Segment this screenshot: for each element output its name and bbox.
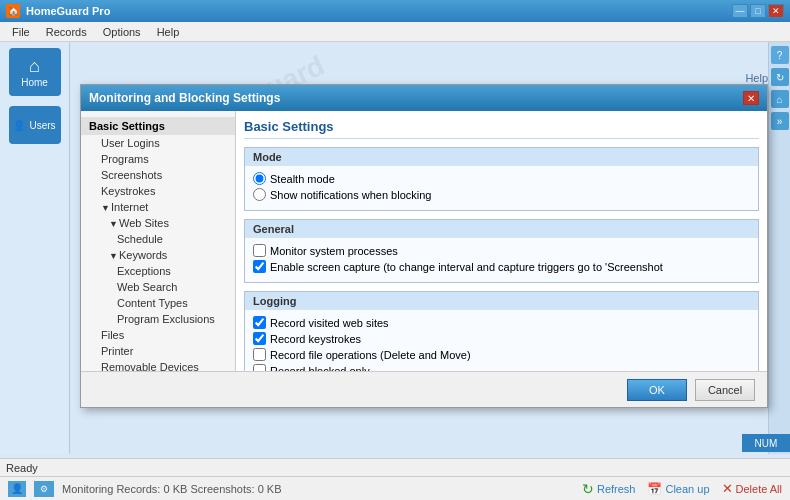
users-icon: 👤 — [13, 120, 25, 131]
mode-section-body: Stealth mode Show notifications when blo… — [245, 166, 758, 210]
mode-stealth-row: Stealth mode — [253, 172, 750, 185]
tree-item-screenshots[interactable]: Screenshots — [81, 167, 235, 183]
sidebar-item-users[interactable]: 👤 Users — [9, 106, 61, 144]
general-section-header: General — [245, 220, 758, 238]
tree-item-user-logins[interactable]: User Logins — [81, 135, 235, 151]
refresh-label: Refresh — [597, 483, 636, 495]
tree-item-files[interactable]: Files — [81, 327, 235, 343]
home-side-icon[interactable]: ⌂ — [771, 90, 789, 108]
general-monitor-row: Monitor system processes — [253, 244, 750, 257]
sidebar-users-label: Users — [29, 120, 55, 131]
delete-label: Delete All — [736, 483, 782, 495]
notify-label: Show notifications when blocking — [270, 189, 431, 201]
tree-item-content-types[interactable]: Content Types — [81, 295, 235, 311]
tree-item-keystrokes[interactable]: Keystrokes — [81, 183, 235, 199]
tree-item-printer[interactable]: Printer — [81, 343, 235, 359]
app-title: HomeGuard Pro — [26, 5, 110, 17]
tree-item-programs[interactable]: Programs — [81, 151, 235, 167]
stealth-radio[interactable] — [253, 172, 266, 185]
refresh-side-icon[interactable]: ↻ — [771, 68, 789, 86]
notify-radio[interactable] — [253, 188, 266, 201]
ready-bar: Ready NUM — [0, 458, 790, 476]
log-web-check[interactable] — [253, 316, 266, 329]
dialog-title-bar: Monitoring and Blocking Settings ✕ — [81, 85, 767, 111]
status-settings-icon[interactable]: ⚙ — [34, 481, 54, 497]
sidebar: ⌂ Home 👤 Users — [0, 42, 70, 454]
log-keys-label: Record keystrokes — [270, 333, 361, 345]
tree-item-program-exclusions[interactable]: Program Exclusions — [81, 311, 235, 327]
log-keys-row: Record keystrokes — [253, 332, 750, 345]
tree-section-basic: Basic Settings — [81, 117, 235, 135]
tree-item-keywords[interactable]: ▼Keywords — [81, 247, 235, 263]
dialog-tree: Basic Settings User Logins Programs Scre… — [81, 111, 236, 371]
general-screenshot-row: Enable screen capture (to change interva… — [253, 260, 750, 273]
monitoring-records-label: Monitoring Records: 0 KB Screenshots: 0 … — [62, 483, 282, 495]
logging-section-body: Record visited web sites Record keystrok… — [245, 310, 758, 371]
refresh-button[interactable]: ↻ Refresh — [582, 481, 636, 497]
tree-item-removable-devices[interactable]: Removable Devices — [81, 359, 235, 371]
dialog-title: Monitoring and Blocking Settings — [89, 91, 280, 105]
close-button[interactable]: ✕ — [768, 4, 784, 18]
log-blocked-check[interactable] — [253, 364, 266, 371]
status-right: ↻ Refresh 📅 Clean up ✕ Delete All — [582, 481, 782, 497]
mode-notify-row: Show notifications when blocking — [253, 188, 750, 201]
minimize-button[interactable]: — — [732, 4, 748, 18]
general-section-body: Monitor system processes Enable screen c… — [245, 238, 758, 282]
menu-help[interactable]: Help — [149, 24, 188, 40]
cleanup-label: Clean up — [665, 483, 709, 495]
general-section: General Monitor system processes Enable … — [244, 219, 759, 283]
log-web-label: Record visited web sites — [270, 317, 389, 329]
help-icon[interactable]: ? — [771, 46, 789, 64]
dialog-footer: OK Cancel — [81, 371, 767, 407]
tree-item-exceptions[interactable]: Exceptions — [81, 263, 235, 279]
log-web-row: Record visited web sites — [253, 316, 750, 329]
cancel-button[interactable]: Cancel — [695, 379, 755, 401]
refresh-icon: ↻ — [582, 481, 594, 497]
log-keys-check[interactable] — [253, 332, 266, 345]
tree-item-web-search[interactable]: Web Search — [81, 279, 235, 295]
mode-section-header: Mode — [245, 148, 758, 166]
menu-records[interactable]: Records — [38, 24, 95, 40]
settings-dialog: Monitoring and Blocking Settings ✕ Basic… — [80, 84, 768, 408]
arrow-side-icon[interactable]: » — [771, 112, 789, 130]
logging-section: Logging Record visited web sites Record … — [244, 291, 759, 371]
ready-label: Ready — [6, 462, 38, 474]
menu-file[interactable]: File — [4, 24, 38, 40]
menu-bar: File Records Options Help — [0, 22, 790, 42]
enable-screen-capture-label: Enable screen capture (to change interva… — [270, 261, 663, 273]
ok-button[interactable]: OK — [627, 379, 687, 401]
log-blocked-row: Record blocked only — [253, 364, 750, 371]
cleanup-button[interactable]: 📅 Clean up — [647, 482, 709, 496]
status-user-icon: 👤 — [8, 481, 26, 497]
num-badge: NUM — [742, 434, 790, 452]
calendar-icon: 📅 — [647, 482, 662, 496]
dialog-close-button[interactable]: ✕ — [743, 91, 759, 105]
right-panel: ? ↻ ⌂ » — [768, 42, 790, 454]
tree-item-web-sites[interactable]: ▼Web Sites — [81, 215, 235, 231]
delete-button[interactable]: ✕ Delete All — [722, 481, 782, 496]
home-icon: ⌂ — [29, 56, 40, 77]
monitor-processes-check[interactable] — [253, 244, 266, 257]
dialog-body: Basic Settings User Logins Programs Scre… — [81, 111, 767, 371]
maximize-button[interactable]: □ — [750, 4, 766, 18]
menu-options[interactable]: Options — [95, 24, 149, 40]
sidebar-item-home[interactable]: ⌂ Home — [9, 48, 61, 96]
app-icon: 🏠 — [6, 4, 20, 18]
window-controls: — □ ✕ — [732, 4, 784, 18]
status-left: 👤 ⚙ Monitoring Records: 0 KB Screenshots… — [8, 481, 570, 497]
tree-item-schedule[interactable]: Schedule — [81, 231, 235, 247]
sidebar-home-label: Home — [21, 77, 48, 88]
content-title: Basic Settings — [244, 119, 759, 139]
dialog-content: Basic Settings Mode Stealth mode Show no… — [236, 111, 767, 371]
title-bar: 🏠 HomeGuard Pro — □ ✕ — [0, 0, 790, 22]
stealth-label: Stealth mode — [270, 173, 335, 185]
status-bar: 👤 ⚙ Monitoring Records: 0 KB Screenshots… — [0, 476, 790, 500]
title-bar-left: 🏠 HomeGuard Pro — [6, 4, 110, 18]
monitor-processes-label: Monitor system processes — [270, 245, 398, 257]
enable-screen-capture-check[interactable] — [253, 260, 266, 273]
log-file-label: Record file operations (Delete and Move) — [270, 349, 471, 361]
mode-section: Mode Stealth mode Show notifications whe… — [244, 147, 759, 211]
delete-icon: ✕ — [722, 481, 733, 496]
tree-item-internet[interactable]: ▼Internet — [81, 199, 235, 215]
log-file-check[interactable] — [253, 348, 266, 361]
